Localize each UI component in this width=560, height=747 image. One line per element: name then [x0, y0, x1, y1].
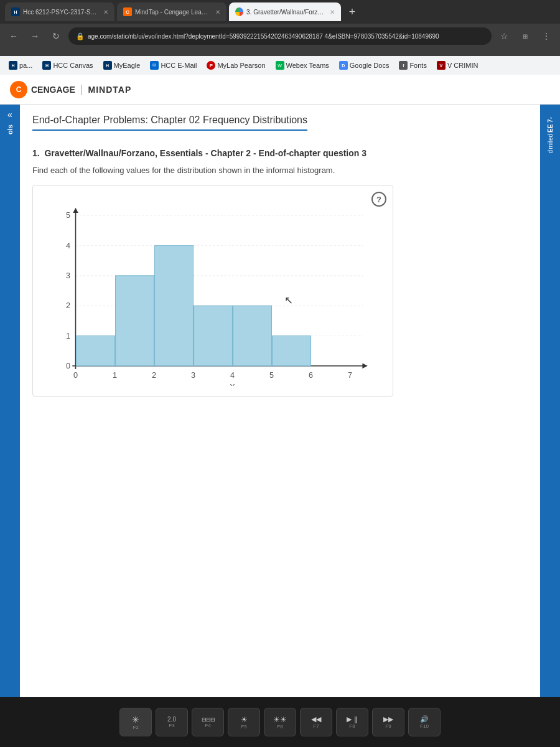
bookmark-hcc-canvas[interactable]: H HCC Canvas	[39, 60, 96, 71]
key-f4-label: F4	[205, 723, 210, 728]
extension-icon[interactable]: ⊞	[516, 27, 534, 45]
browser-chrome: H Hcc 6212-PSYC-2317-Statistical M ✕ C M…	[0, 0, 560, 56]
key-f6[interactable]: ☀☀ F6	[264, 708, 296, 736]
menu-button[interactable]: ⋮	[538, 27, 555, 45]
svg-rect-30	[273, 336, 311, 365]
svg-text:X: X	[230, 383, 235, 386]
help-icon[interactable]: ?	[371, 192, 386, 207]
key-f10[interactable]: 🔊 F10	[408, 708, 441, 736]
tab-hcc[interactable]: H Hcc 6212-PSYC-2317-Statistical M ✕	[5, 2, 114, 21]
right-sidebar-label-1: EE 7-	[547, 117, 554, 133]
key-f5-label: F5	[241, 724, 246, 730]
reload-button[interactable]: ↻	[47, 27, 65, 45]
svg-text:↖: ↖	[285, 294, 294, 306]
bookmark-star[interactable]: ☆	[495, 27, 513, 45]
bookmark-label-myeagle: MyEagle	[114, 62, 141, 69]
bookmark-pa[interactable]: H pa...	[5, 60, 36, 71]
key-f9[interactable]: ▶▶ F9	[372, 708, 404, 736]
key-f9-icon: ▶▶	[383, 715, 393, 723]
chapter-title: End-of-Chapter Problems: Chapter 02 Freq…	[32, 115, 307, 131]
svg-text:6: 6	[309, 371, 313, 380]
bookmark-favicon-email: ✉	[150, 61, 159, 70]
bookmark-label-fonts: Fonts	[409, 62, 427, 69]
cengage-logo-text: CENGAGE	[31, 85, 75, 95]
bookmark-label-mylab: MyLab Pearson	[217, 62, 265, 69]
tab-close-gravetter[interactable]: ✕	[330, 9, 335, 16]
bookmark-mylab[interactable]: P MyLab Pearson	[203, 60, 269, 71]
bookmark-label-crimin: V CRIMIN	[447, 62, 478, 69]
key-f3[interactable]: 2.0 F3	[156, 708, 188, 736]
tab-mindtap[interactable]: C MindTap - Cengage Learning ✕	[117, 2, 226, 21]
bookmark-label-canvas: HCC Canvas	[53, 62, 93, 69]
cengage-logo-icon: C	[10, 81, 27, 98]
bookmark-crimin[interactable]: V V CRIMIN	[433, 60, 482, 71]
tab-label-mindtap: MindTap - Cengage Learning	[135, 9, 210, 16]
key-f2-icon: ✳	[132, 715, 139, 725]
forward-button[interactable]: →	[26, 27, 44, 45]
key-f7-icon: ◀◀	[311, 715, 321, 723]
bookmark-favicon-pearson: P	[207, 61, 215, 70]
tab-add-button[interactable]: +	[343, 3, 361, 21]
tab-gravetter[interactable]: 3. Gravetter/Wallnau/Forzano, ✕	[229, 2, 341, 21]
svg-marker-9	[362, 364, 367, 369]
key-f10-label: F10	[420, 723, 429, 729]
key-f5[interactable]: ☀ F5	[228, 708, 260, 736]
key-f3-label: F3	[169, 723, 174, 728]
address-bar[interactable]: 🔒 age.com/static/nb/ui/evo/index.html?de…	[68, 27, 492, 45]
key-f4-icon: ⊟⊟⊟	[202, 716, 215, 723]
svg-text:7: 7	[348, 371, 352, 380]
question-text: Find each of the following values for th…	[32, 166, 528, 175]
key-f3-icon: 2.0	[167, 716, 176, 723]
sidebar-collapse-button[interactable]: «	[7, 110, 12, 120]
address-bar-row: ← → ↻ 🔒 age.com/static/nb/ui/evo/index.h…	[0, 24, 560, 49]
tab-bar: H Hcc 6212-PSYC-2317-Statistical M ✕ C M…	[0, 0, 560, 24]
bookmark-favicon-webex: W	[276, 61, 284, 70]
lock-icon: 🔒	[76, 32, 85, 40]
bookmark-favicon-canvas: H	[42, 61, 51, 70]
tab-close-hcc[interactable]: ✕	[103, 9, 108, 16]
svg-rect-25	[77, 336, 115, 365]
tab-close-mindtap[interactable]: ✕	[215, 9, 220, 16]
right-sidebar-label-3: d	[547, 150, 554, 154]
bookmark-fonts[interactable]: f Fonts	[395, 60, 431, 71]
bookmark-hcc-email[interactable]: ✉ HCC E-Mail	[146, 60, 200, 71]
key-f6-label: F6	[277, 724, 282, 730]
bookmark-favicon-gdocs: D	[339, 61, 348, 70]
keyboard-bar: ✳ F2 2.0 F3 ⊟⊟⊟ F4 ☀ F5 ☀☀ F6 ◀◀ F7 ▶ ‖ …	[0, 697, 560, 747]
main-layout: « ols End-of-Chapter Problems: Chapter 0…	[0, 105, 560, 697]
bookmark-favicon-myeagle: H	[103, 61, 112, 70]
svg-text:4: 4	[66, 242, 70, 250]
key-f7[interactable]: ◀◀ F7	[300, 708, 332, 736]
svg-rect-26	[116, 276, 154, 366]
bookmark-label-gdocs: Google Docs	[350, 62, 390, 69]
address-text: age.com/static/nb/ui/evo/index.html?depl…	[88, 33, 439, 40]
chart-container: ?	[32, 185, 393, 397]
bookmark-webex[interactable]: W Webex Teams	[272, 60, 333, 71]
histogram-chart: 0 1 2 3 4 5 0 1 2 3 4 5 6 7 X	[43, 195, 383, 386]
sidebar-label: ols	[6, 125, 14, 134]
key-f4[interactable]: ⊟⊟⊟ F4	[192, 708, 224, 736]
key-f10-icon: 🔊	[420, 715, 429, 723]
bookmark-googledocs[interactable]: D Google Docs	[335, 60, 393, 71]
tab-favicon-hcc: H	[11, 7, 20, 16]
right-sidebar: EE 7- mited d	[540, 105, 560, 697]
bookmark-favicon-pa: H	[9, 61, 17, 70]
svg-text:3: 3	[191, 371, 195, 380]
svg-text:4: 4	[230, 371, 235, 380]
svg-text:2: 2	[66, 301, 70, 310]
key-f5-icon: ☀	[241, 715, 248, 724]
right-sidebar-label-2: mited	[547, 134, 554, 149]
tab-label-gravetter: 3. Gravetter/Wallnau/Forzano,	[246, 9, 324, 16]
key-f8-label: F8	[349, 723, 355, 729]
svg-text:1: 1	[113, 371, 117, 380]
back-button[interactable]: ←	[5, 27, 22, 45]
svg-text:5: 5	[66, 211, 70, 220]
key-f8[interactable]: ▶ ‖ F8	[336, 708, 368, 736]
bookmark-label-webex: Webex Teams	[286, 62, 329, 69]
tab-favicon-mindtap: C	[123, 7, 132, 16]
bookmark-myeagle[interactable]: H MyEagle	[100, 60, 144, 71]
key-f2[interactable]: ✳ F2	[119, 708, 152, 736]
key-f2-label: F2	[133, 725, 138, 730]
cengage-header: C CENGAGE | MINDTAP	[0, 75, 560, 105]
bookmark-label-pa: pa...	[19, 62, 32, 69]
